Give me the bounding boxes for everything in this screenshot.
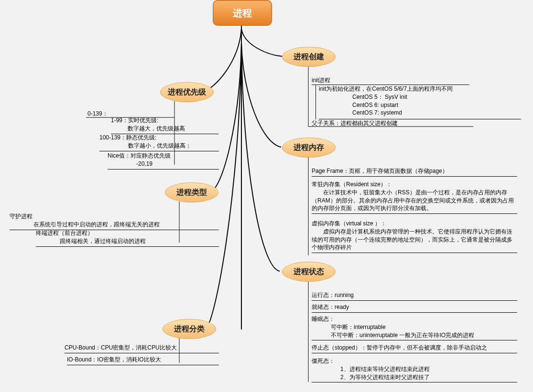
branch-state[interactable]: 进程状态 bbox=[282, 262, 336, 282]
zombie-2: 2、为等待父进程结束时父进程挂了 bbox=[312, 374, 430, 381]
priority-line2-sub: 数字越小，优先级越高； bbox=[99, 142, 191, 149]
mindmap-canvas: 进程 进程创建 init进程 init为初始化进程，在CentOS 5/6/7上… bbox=[0, 0, 533, 392]
priority-static: 100-139：静态优先级: 数字越小，优先级越高； bbox=[99, 134, 219, 151]
virt-body: 虚拟内存是计算机系统内存管理的一种技术。它使得应用程序认为它拥有连续的可用的内存… bbox=[312, 228, 517, 252]
state-stopped: 停止态（stopped）：暂停于内存中，但不会被调度，除非手动启动之 bbox=[312, 344, 517, 353]
priority-line1: 1-99：实时优先级: bbox=[111, 117, 158, 124]
mem-pageframe: Page Frame：页框，用于存储页面数据（存储page） bbox=[312, 167, 517, 177]
type-terminal: 终端进程（前台进程） 跟终端相关，通过终端启动的进程 bbox=[36, 229, 219, 247]
init-body-line3: CentOS 6: upstart bbox=[319, 101, 521, 109]
branch-priority[interactable]: 进程优先级 bbox=[160, 82, 214, 102]
branch-create[interactable]: 进程创建 bbox=[282, 47, 336, 67]
sleep-unint: 不可中断：uninterruptable 一般为正在等待IO完成的进程 bbox=[312, 332, 474, 339]
cat-cpu: CPU-Bound：CPU密集型，消耗CPU比较大 bbox=[65, 344, 219, 353]
init-body: init为初始化进程，在CentOS 5/6/7上面的程序均不同 CentOS … bbox=[315, 85, 521, 119]
virt-title: 虚拟内存集（virtual size ）： bbox=[312, 220, 386, 227]
nice-label: Nice值：对应静态优先级 bbox=[108, 152, 171, 159]
state-running: 运行态：running bbox=[312, 291, 517, 301]
rss-title: 常驻内存集（Resident size）： bbox=[312, 181, 392, 188]
term-body: 跟终端相关，通过终端启动的进程 bbox=[36, 238, 146, 244]
mem-rss: 常驻内存集（Resident size）： 在计算技术中，驻留集大小（RSS）是… bbox=[312, 180, 517, 214]
daemon-title: 守护进程 bbox=[10, 213, 33, 220]
state-sleep: 睡眠态： 可中断：interruptable 不可中断：uninterrupta… bbox=[312, 315, 517, 340]
nice-sub: -20,19 bbox=[108, 160, 152, 167]
rss-body: 在计算技术中，驻留集大小（RSS）是由一个过程，是在内存占用的内存（RAM）的部… bbox=[312, 189, 517, 212]
branch-type[interactable]: 进程类型 bbox=[165, 182, 218, 202]
mem-virt: 虚拟内存集（virtual size ）： 虚拟内存是计算机系统内存管理的一种技… bbox=[312, 220, 517, 253]
sleep-title: 睡眠态： bbox=[312, 316, 335, 322]
root-node[interactable]: 进程 bbox=[213, 0, 272, 26]
zombie-1: 1、进程结束等待父进程结束此进程 bbox=[312, 366, 430, 372]
parent-rel: 父子关系：进程都由其父进程创建 bbox=[312, 119, 469, 127]
zombie-title: 僵死态： bbox=[312, 358, 335, 364]
sleep-int: 可中断：interruptable bbox=[312, 324, 386, 330]
priority-line1-sub: 数字越大，优先级越高 bbox=[111, 125, 185, 132]
init-body-line4: CentOS 7: systemd bbox=[319, 109, 521, 117]
priority-range: 0-139： bbox=[87, 110, 108, 118]
init-label: init进程 bbox=[312, 76, 469, 85]
branch-memory[interactable]: 进程内存 bbox=[282, 138, 336, 158]
cat-io: IO-Bound：IO密集型，消耗IO比较大 bbox=[67, 356, 219, 365]
init-body-line2: CentOS 5： SysV init bbox=[319, 93, 521, 101]
state-zombie: 僵死态： 1、进程结束等待父进程结束此进程 2、为等待父进程结束时父进程挂了 bbox=[312, 357, 517, 382]
init-body-line1: init为初始化进程，在CentOS 5/6/7上面的程序均不同 bbox=[319, 85, 521, 93]
priority-nice: Nice值：对应静态优先级 -20,19 bbox=[108, 152, 219, 170]
state-ready: 就绪态：ready bbox=[312, 303, 517, 313]
term-title: 终端进程（前台进程） bbox=[36, 230, 93, 236]
priority-rt: 1-99：实时优先级: 数字越大，优先级越高 bbox=[111, 117, 218, 134]
daemon-body: 在系统引导过程中启动的进程，跟终端无关的进程 bbox=[10, 221, 160, 228]
priority-line2: 100-139：静态优先级: bbox=[99, 134, 156, 141]
type-daemon: 守护进程 在系统引导过程中启动的进程，跟终端无关的进程 bbox=[10, 212, 219, 230]
branch-category[interactable]: 进程分类 bbox=[163, 319, 216, 339]
